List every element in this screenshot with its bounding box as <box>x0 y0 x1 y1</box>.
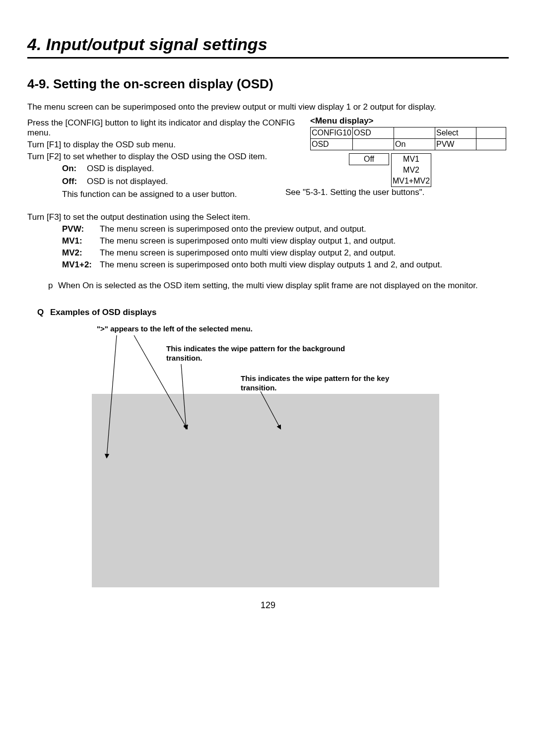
on-label: On: <box>62 164 84 174</box>
def-label: MV1+2: <box>62 260 97 270</box>
destination-definitions: PVW: The menu screen is superimposed ont… <box>62 224 509 270</box>
examples-text: Examples of OSD displays <box>50 308 156 317</box>
annotation-3: This indicates the wipe pattern for the … <box>241 374 419 393</box>
examples-heading: Q Examples of OSD displays <box>37 308 509 317</box>
note-bullet: p When On is selected as the OSD item se… <box>48 281 509 291</box>
menu-cell: Select <box>435 127 476 138</box>
step-4: Turn [F3] to set the output destination … <box>27 212 509 222</box>
assign-text-a: This function can be assigned to a user … <box>62 189 237 199</box>
off-text: OSD is not displayed. <box>87 177 306 187</box>
def-text: The menu screen is superimposed onto mul… <box>100 236 509 246</box>
def-text: The menu screen is superimposed onto the… <box>100 224 509 234</box>
def-text: The menu screen is superimposed onto mul… <box>100 248 509 258</box>
page-number: 129 <box>27 600 509 611</box>
bullet-text: When On is selected as the OSD item sett… <box>58 281 509 291</box>
menu-cell: OSD <box>311 138 353 150</box>
chapter-title: 4. Input/output signal settings <box>27 35 509 59</box>
menu-cell: On <box>394 138 435 150</box>
osd-example-figure: ">" appears to the left of the selected … <box>27 324 509 587</box>
menu-option-group: Off MV1 MV2 MV1+MV2 <box>349 153 509 187</box>
annotation-1: ">" appears to the left of the selected … <box>97 324 253 334</box>
off-label: Off: <box>62 177 84 187</box>
menu-cell <box>476 138 506 150</box>
annotation-2: This indicates the wipe pattern for the … <box>166 344 365 363</box>
menu-display-label: <Menu display> <box>310 116 509 126</box>
on-text: OSD is displayed. <box>87 164 306 174</box>
def-label: MV1: <box>62 236 97 246</box>
bullet-icon: p <box>48 281 54 291</box>
menu-option: MV1 <box>391 153 431 165</box>
step-1: Press the [CONFIG] button to light its i… <box>27 118 306 138</box>
menu-cell: PVW <box>435 138 476 150</box>
menu-cell <box>353 138 394 150</box>
q-icon: Q <box>37 308 46 317</box>
menu-option-stack: MV1 MV2 MV1+MV2 <box>391 153 431 187</box>
menu-option: MV1+MV2 <box>391 176 431 187</box>
menu-cell <box>476 127 506 138</box>
menu-cell: OSD <box>353 127 394 138</box>
step-3: Turn [F2] to set whether to display the … <box>27 152 306 162</box>
assign-text-b: See "5-3-1. Setting the user buttons". <box>285 188 424 197</box>
on-off-list: On: OSD is displayed. Off: OSD is not di… <box>62 164 306 187</box>
menu-option: MV2 <box>391 165 431 176</box>
menu-option: Off <box>349 153 389 165</box>
menu-cell: CONFIG10 <box>311 127 353 138</box>
osd-screen-placeholder <box>92 394 439 587</box>
def-label: MV2: <box>62 248 97 258</box>
def-text: The menu screen is superimposed onto bot… <box>100 260 509 270</box>
def-label: PVW: <box>62 224 97 234</box>
step-2: Turn [F1] to display the OSD sub menu. <box>27 140 306 150</box>
menu-cell <box>394 127 435 138</box>
section-title: 4-9. Setting the on-screen display (OSD) <box>27 76 509 92</box>
assign-note: This function can be assigned to a user … <box>62 189 306 199</box>
intro-paragraph: The menu screen can be superimposed onto… <box>27 102 509 113</box>
menu-display-table: CONFIG10 OSD Select OSD On PVW <box>310 127 506 150</box>
